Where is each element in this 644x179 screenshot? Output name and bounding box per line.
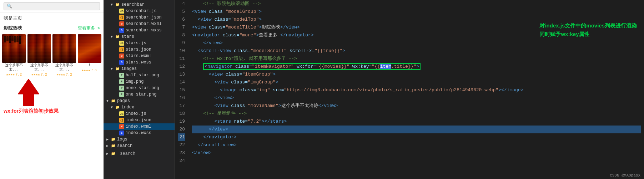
json-file-icon: {} [119, 118, 124, 123]
tree-item-searchbar.wxss[interactable]: Ssearchbar.wxss [104, 27, 175, 34]
wx-for-annotation: wx:for列表渲染初步效果 [0, 107, 62, 116]
tree-item-searchbar.js[interactable]: JSsearchbar.js [104, 8, 175, 14]
tree-label: stars.wxss [126, 60, 151, 65]
folder-file-icon: 📁 [115, 105, 120, 110]
tree-item-searchbar[interactable]: ▼📁searchbar [104, 1, 175, 8]
line-number: 4 [178, 0, 185, 8]
code-line: <view class="itemGroup"> [192, 71, 641, 78]
tree-item-stars.wxml[interactable]: Wstars.wxml [104, 53, 175, 59]
code-line: <!-- wx:for渲染, 就不用写那么多了 --> [192, 55, 641, 63]
movie-rating-0: ★★★★7.2 [6, 72, 22, 77]
movie-rating-3: ★★★★7.2 [82, 68, 97, 72]
tree-item-index.wxml[interactable]: Windex.wxml [104, 123, 175, 130]
wxml-file-icon: W [119, 53, 124, 58]
list-item: 这个杀手不太... ★★★★7.2 [52, 34, 76, 77]
tree-item-stars.json[interactable]: {}stars.json [104, 46, 175, 53]
code-line: </view> [192, 149, 641, 157]
tree-item-one_star.png[interactable]: Pone_star.png [104, 91, 175, 98]
phone-search-bar: 🔍 [0, 0, 104, 13]
js-file-icon: JS [119, 111, 124, 116]
rating-num-1: 7.2 [41, 73, 47, 77]
movie-title-0: 这个杀手不太... [2, 63, 26, 72]
tree-arrow: ▼ [106, 99, 110, 103]
movie-section-more[interactable]: 查看更多 > [78, 25, 100, 31]
tree-item-none-star.png[interactable]: Pnone-star.png [104, 85, 175, 91]
tree-arrow: ▼ [111, 35, 114, 39]
tree-item-stars[interactable]: ▼📁stars [104, 34, 175, 40]
tree-item-stars.js[interactable]: JSstars.js [104, 40, 175, 46]
code-line: <image class="img" src="https://img3.dou… [192, 86, 641, 94]
code-line: <scroll-view class="modelScroll" scroll-… [192, 47, 641, 55]
code-panel[interactable]: 456789101112131415161718192021222324 <!-… [175, 0, 644, 179]
tree-arrow: ▶ [106, 137, 110, 142]
wxml-file-icon: W [119, 124, 124, 129]
rating-num-0: 7.2 [15, 73, 22, 77]
code-line: <!-- 星星组件 --> [192, 110, 641, 118]
wxss-file-icon: S [119, 60, 124, 65]
list-item: 这个杀手不太... ★★★★7.2 [27, 34, 51, 77]
code-line: <view class="modelGroup"> [192, 8, 641, 16]
line-number: 13 [178, 71, 185, 78]
right-annotation: 对index.js文件中的movies列表进行渲染 同时赋予wx:key属性 [539, 21, 637, 39]
line-number: 24 [178, 157, 185, 165]
tree-label: stars [121, 34, 134, 39]
tree-label: searchbar [121, 2, 145, 7]
phone-screen: 🔍 我是主页 影院热映 查看更多 > [0, 0, 104, 179]
tree-item-searchbar.wxml[interactable]: Wsearchbar.wxml [104, 21, 175, 27]
movie-list: 这个杀手不太... ★★★★7.2 这个杀手不太... ★★★★7.2 [0, 33, 104, 78]
star-icon: ★★★★ [31, 72, 40, 77]
bottom-search-item[interactable]: ▶ 📁 search [104, 150, 175, 158]
movie-section-title: 影院热映 [4, 25, 22, 31]
tree-item-search[interactable]: ▶📁search [104, 143, 175, 149]
line-numbers: 456789101112131415161718192021222324 [175, 0, 189, 179]
annotation-area: wx:for列表渲染初步效果 [0, 78, 104, 179]
tree-label: half_star.png [126, 73, 159, 78]
line-number: 19 [178, 118, 185, 126]
list-item: 这个杀手不太... ★★★★7.2 [2, 34, 26, 77]
tree-item-images[interactable]: ▼📁images [104, 66, 175, 72]
tree-item-stars.wxss[interactable]: Sstars.wxss [104, 59, 175, 66]
png-file-icon: P [119, 92, 124, 97]
movie-title-1: 这个杀手不太... [27, 63, 51, 72]
red-arrow-up [14, 78, 43, 107]
tree-item-index.json[interactable]: {}index.json [104, 117, 175, 123]
line-number: 17 [178, 102, 185, 110]
folder-file-icon: 📁 [115, 2, 120, 7]
folder-icon-search: 📁 [111, 151, 116, 156]
star-icon: ★★★★ [82, 68, 90, 72]
tree-item-half_star.png[interactable]: Phalf_star.png [104, 72, 175, 78]
tree-item-index.js[interactable]: JSindex.js [104, 111, 175, 117]
tree-item-logs[interactable]: ▶📁logs [104, 136, 175, 143]
tree-label: img.png [126, 79, 144, 84]
wxss-file-icon: S [119, 28, 124, 33]
tree-label: index.wxml [126, 124, 151, 129]
tree-item-index[interactable]: ▼📁index [104, 104, 175, 111]
line-number: 22 [178, 141, 185, 149]
line-number: 23 [178, 149, 185, 157]
line-number: 8 [178, 31, 185, 39]
tree-arrow: ▼ [111, 3, 114, 7]
tree-label: index.json [126, 118, 151, 123]
tree-item-img.png[interactable]: Pimg.png [104, 78, 175, 85]
folder-file-icon: 📁 [115, 66, 120, 71]
tree-label: one_star.png [126, 92, 156, 97]
tree-label: searchbar.json [126, 15, 162, 20]
line-number: 9 [178, 39, 185, 47]
tree-item-searchbar.json[interactable]: {}searchbar.json [104, 14, 175, 21]
tree-item-pages[interactable]: ▼📁pages [104, 98, 175, 104]
line-number: 14 [178, 78, 185, 86]
png-file-icon: P [119, 79, 124, 84]
phone-search-input[interactable]: 🔍 [4, 2, 100, 10]
tree-item-index.wxss[interactable]: Sindex.wxss [104, 130, 175, 136]
tree-label: searchbar.wxml [126, 21, 162, 26]
line-number: 10 [178, 47, 185, 55]
tree-label: stars.wxml [126, 53, 151, 58]
svg-marker-0 [18, 79, 39, 106]
tree-label: logs [117, 137, 127, 142]
movie-poster-2 [27, 34, 51, 63]
tree-label: searchbar.js [126, 9, 156, 14]
line-number: 11 [178, 55, 185, 63]
phone-panel: 🔍 我是主页 影院热映 查看更多 > [0, 0, 104, 179]
tree-label-search: search [117, 150, 138, 157]
folder-file-icon: 📁 [111, 98, 116, 103]
